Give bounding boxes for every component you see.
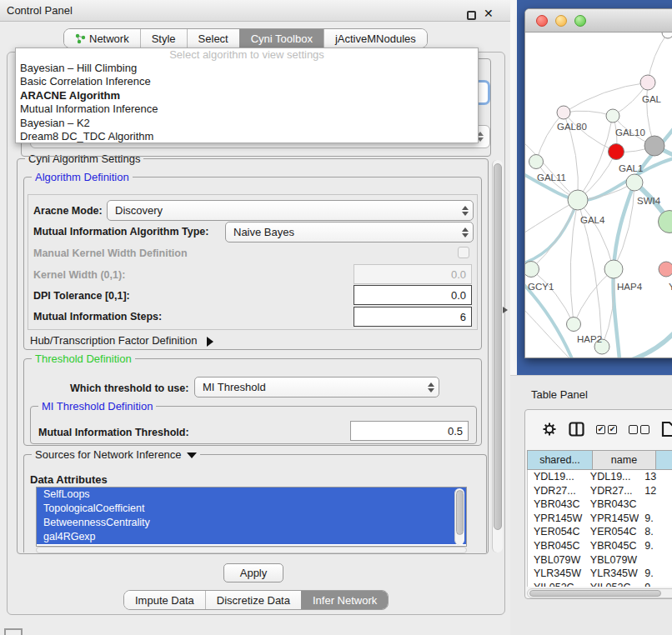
table-row[interactable]: YPR145WYPR145W9.	[528, 512, 672, 526]
network-node-y[interactable]	[659, 262, 672, 277]
network-node-label: GAL	[642, 94, 662, 104]
algorithm-option[interactable]: Mutual Information Inference	[16, 102, 478, 116]
network-edge[interactable]	[574, 269, 614, 324]
table-row[interactable]: YDL19...YDL19...13	[528, 470, 672, 484]
splitpane-collapse-arrow[interactable]	[503, 307, 508, 313]
tab-cyni-toolbox[interactable]: Cyni Toolbox	[239, 29, 323, 48]
network-node-hap2[interactable]	[567, 318, 581, 332]
network-edge-thick[interactable]	[525, 281, 574, 358]
attributes-list-scrollbar[interactable]	[454, 488, 464, 545]
document-icon[interactable]	[661, 421, 672, 438]
table-row[interactable]: YIL052CYIL052C9	[528, 581, 672, 587]
network-view-window[interactable]: GALGAL80GAL10GAL1GAL11SWI4GAL4GCY1HAP4YH…	[524, 8, 672, 358]
control-panel-titlebar[interactable]: Control Panel	[0, 0, 510, 22]
data-attributes-list[interactable]: SelfLoopsTopologicalCoefficientBetweenne…	[36, 487, 467, 547]
table-row[interactable]: YBR045CYBR045C9.	[528, 539, 672, 553]
algorithm-option[interactable]: ARACNE Algorithm	[16, 89, 478, 102]
control-panel-title: Control Panel	[7, 4, 73, 17]
network-edge[interactable]	[648, 32, 668, 82]
sources-title-text: Sources for Network Inference	[35, 448, 182, 461]
mi-type-combo[interactable]: Naive Bayes	[225, 222, 474, 242]
tab-label: Discretize Data	[217, 594, 290, 607]
which-threshold-combo[interactable]: MI Threshold	[194, 377, 439, 398]
table-row[interactable]: YDR27...YDR27...12	[528, 484, 672, 498]
network-edge[interactable]	[570, 200, 578, 324]
network-graph[interactable]: GALGAL80GAL10GAL1GAL11SWI4GAL4GCY1HAP4YH…	[525, 32, 672, 358]
gear-icon[interactable]	[542, 422, 557, 437]
network-node[interactable]	[644, 136, 664, 156]
table-column-header[interactable]: shared...	[527, 450, 593, 470]
minimized-panel-icon[interactable]	[4, 628, 23, 635]
table-column-header[interactable]: name	[593, 450, 656, 470]
network-node-gal1[interactable]	[609, 144, 624, 160]
tab-jactivemnodules[interactable]: jActiveMNodules	[323, 29, 427, 48]
data-attribute-item[interactable]: BetweennessCentrality	[37, 516, 466, 530]
data-attribute-item[interactable]: TopologicalCoefficient	[37, 502, 466, 516]
algorithm-option[interactable]: Bayesian – Hill Climbing	[16, 62, 478, 75]
table-row[interactable]: YBL079WYBL079W	[528, 553, 672, 568]
float-window-icon[interactable]	[467, 11, 476, 20]
settings-scrollbar[interactable]	[492, 160, 503, 552]
combo-spinner-icon	[428, 382, 434, 392]
mi-steps-field[interactable]: 6	[354, 307, 472, 327]
table-cell: 12	[639, 484, 672, 498]
aracne-mode-combo[interactable]: Discovery	[107, 200, 474, 221]
column-view-icon[interactable]	[569, 422, 584, 437]
data-attribute-item[interactable]: SelfLoops	[37, 488, 466, 502]
network-node-swi4[interactable]	[626, 174, 643, 191]
network-node-gal80[interactable]	[557, 106, 570, 119]
algorithm-option[interactable]: Bayesian – K2	[16, 117, 478, 130]
select-unchecked-icon[interactable]	[629, 425, 649, 434]
network-node-gcy1[interactable]	[525, 262, 539, 278]
tab-infer-network[interactable]: Infer Network	[301, 591, 388, 609]
network-edge[interactable]	[536, 112, 564, 162]
network-node[interactable]	[659, 211, 672, 233]
algorithm-option[interactable]: Basic Correlation Inference	[16, 75, 478, 88]
network-node-gal11[interactable]	[529, 155, 544, 169]
mi-threshold-field[interactable]: 0.5	[350, 421, 469, 441]
data-attribute-item[interactable]: gal4RGexp	[37, 530, 466, 544]
network-edge[interactable]	[531, 269, 574, 324]
network-node-hap4[interactable]	[604, 260, 623, 278]
table-row[interactable]: YLR345WYLR345W9.	[528, 567, 672, 581]
network-node-gal10[interactable]	[606, 109, 619, 122]
tab-label: jActiveMNodules	[335, 32, 416, 45]
dpi-tolerance-field[interactable]: 0.0	[354, 285, 472, 305]
network-node-gal4[interactable]	[568, 190, 588, 210]
algorithm-option[interactable]: Dream8 DC_TDC Algorithm	[16, 130, 478, 143]
network-edge[interactable]	[564, 111, 613, 116]
tab-impute-data[interactable]: Impute Data	[124, 591, 205, 609]
tab-select[interactable]: Select	[187, 29, 239, 48]
manual-kernel-checkbox[interactable]	[458, 247, 469, 258]
table-cell: YBR045C	[528, 539, 584, 553]
network-node-gal[interactable]	[640, 75, 655, 90]
table-row[interactable]: YBR043CYBR043C	[528, 498, 672, 512]
close-traffic-light-icon[interactable]	[536, 15, 548, 27]
tab-discretize-data[interactable]: Discretize Data	[205, 591, 301, 609]
table-row[interactable]: YER054CYER054C8.	[528, 525, 672, 539]
kernel-width-field[interactable]: 0.0	[354, 264, 472, 284]
mi-type-label: Mutual Information Algorithm Type:	[33, 226, 208, 238]
network-edge-thick[interactable]	[525, 200, 578, 264]
select-checked-icon[interactable]: ✔✔	[596, 425, 617, 434]
table-cell	[639, 498, 672, 512]
table-hscrollbar[interactable]	[527, 588, 672, 598]
network-edge[interactable]	[564, 82, 648, 112]
tab-style[interactable]: Style	[140, 29, 187, 48]
attributes-list-hscrollbar[interactable]	[36, 547, 467, 553]
zoom-traffic-light-icon[interactable]	[574, 15, 586, 27]
table-column-header[interactable]: A	[656, 450, 672, 470]
network-window-titlebar[interactable]	[525, 9, 672, 32]
tab-network[interactable]: Network	[64, 29, 140, 48]
hub-definition-expander[interactable]: Hub/Transcription Factor Definition	[30, 334, 213, 347]
which-threshold-value: MI Threshold	[203, 381, 266, 393]
sources-group-title[interactable]: Sources for Network Inference	[32, 448, 200, 461]
network-edge[interactable]	[578, 200, 614, 269]
network-node[interactable]	[662, 32, 672, 38]
close-icon[interactable]: ✕	[484, 7, 494, 20]
network-edge-thick[interactable]	[614, 124, 672, 358]
minimize-traffic-light-icon[interactable]	[555, 15, 567, 27]
expander-down-arrow-icon[interactable]	[187, 452, 197, 458]
expander-right-arrow-icon[interactable]	[207, 337, 213, 347]
apply-button[interactable]: Apply	[223, 563, 283, 582]
